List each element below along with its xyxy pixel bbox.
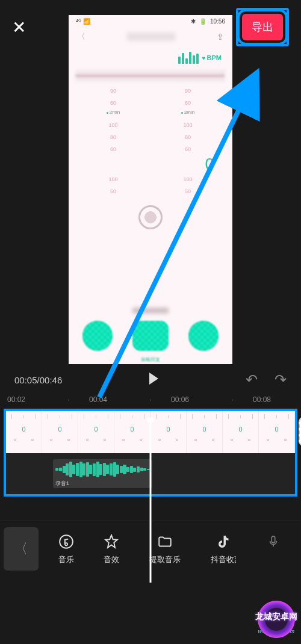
microphone-icon [267, 533, 280, 551]
video-thumbnail[interactable]: 0 [114, 411, 150, 453]
video-thumbnail[interactable]: 0 [78, 411, 114, 453]
video-thumbnail[interactable]: 0 [42, 411, 78, 453]
tool-extract-music[interactable]: 提取音乐 [149, 533, 181, 565]
axis-labels: 9060 9060 [76, 85, 225, 108]
bpm-label: BPM [207, 54, 222, 61]
big-value: 0 [76, 155, 225, 174]
play-button[interactable] [149, 373, 158, 387]
waveform-strip [76, 70, 225, 82]
record-circle-icon [138, 205, 163, 229]
tool-label: 提取音乐 [149, 554, 181, 565]
pixelated-text [132, 308, 169, 314]
timeline-ruler: 00:02 · 00:04 · 00:06 · 00:08 [0, 395, 301, 409]
svg-rect-1 [272, 536, 275, 543]
tool-label: 抖音收藏 [211, 554, 236, 565]
toolbar-back-button[interactable]: 〈 [4, 527, 39, 571]
audio-clip[interactable]: 录音1 [53, 459, 152, 488]
preview-share-icon: ⇪ [217, 32, 224, 42]
video-preview[interactable]: ⁴ᴳ📶 ✱🔋10:56 〈 ⇪ ♥BPM 9060 [69, 15, 232, 364]
tool-sound-fx[interactable]: 音效 [104, 533, 119, 565]
video-thumbnail[interactable]: 0 [259, 411, 295, 453]
axis-labels-2: 1008060 1008060 [76, 120, 225, 155]
video-thumbnail[interactable]: 0 [6, 411, 42, 453]
folder-icon [157, 533, 173, 551]
bpm-bars [178, 52, 199, 64]
undo-button[interactable]: ↶ [246, 371, 258, 388]
time-labels: 2min 3min [76, 108, 225, 116]
preview-back-icon: 〈 [77, 31, 85, 42]
watermark: 龙城安卓网 www.lcjtt.com [255, 601, 297, 634]
music-note-icon [58, 533, 74, 551]
tool-label: 音效 [104, 554, 119, 565]
audio-clip-label: 录音1 [53, 480, 152, 488]
heart-icon: ♥ [202, 55, 206, 61]
play-icon [149, 373, 158, 385]
douyin-icon [216, 533, 231, 551]
status-bar: ⁴ᴳ📶 ✱🔋10:56 [69, 15, 232, 28]
preview-title-blur [127, 33, 175, 41]
audio-waveform [55, 461, 150, 478]
tool-music[interactable]: 音乐 [58, 533, 74, 565]
tool-douyin[interactable]: 抖音收藏 [211, 533, 236, 565]
video-thumbnail[interactable]: 0 [187, 411, 223, 453]
export-highlight: 导出 [236, 8, 289, 46]
preview-canvas-wrapper: ⁴ᴳ📶 ✱🔋10:56 〈 ⇪ ♥BPM 9060 [0, 15, 301, 364]
video-thumbnail[interactable]: 0 [223, 411, 259, 453]
preview-bottom-label: 策略回复 [69, 356, 232, 363]
export-button[interactable]: 导出 [242, 14, 283, 40]
close-icon[interactable]: ✕ [12, 17, 26, 37]
pixelated-actions [69, 316, 232, 356]
tool-label: 音乐 [58, 554, 74, 565]
star-icon [104, 533, 119, 551]
add-clip-button[interactable]: + [299, 417, 301, 446]
video-thumbnail[interactable]: 0 [150, 411, 187, 453]
playback-time: 00:05/00:46 [14, 375, 62, 385]
tool-record[interactable]: 录音 [265, 533, 281, 565]
axis-labels-3: 10050 10050 [76, 174, 225, 197]
playhead[interactable] [150, 420, 152, 583]
redo-button[interactable]: ↷ [275, 371, 287, 388]
svg-point-0 [60, 535, 73, 548]
